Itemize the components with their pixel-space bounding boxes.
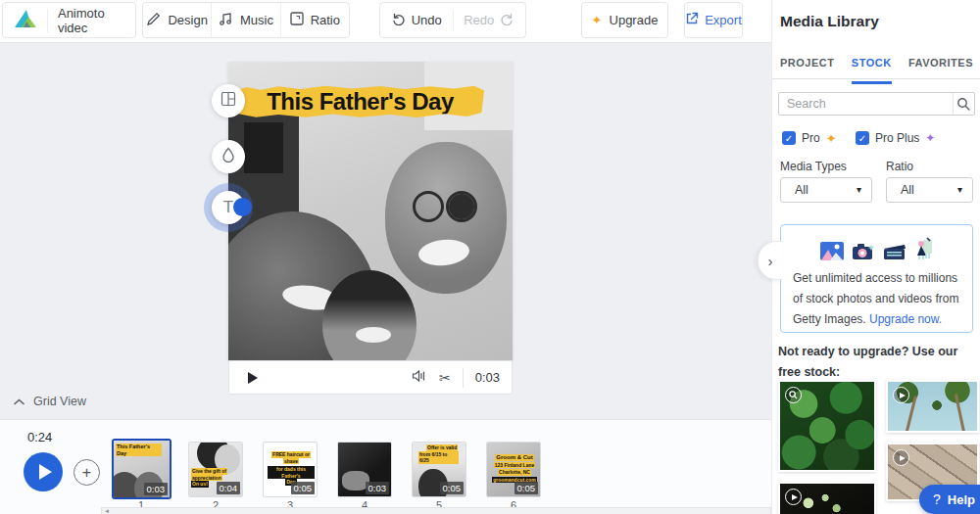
media-types-select[interactable]: All ▾	[780, 177, 872, 203]
project-title-button[interactable]: Animoto videc	[2, 2, 136, 38]
upsell-text: Get unlimited access to millions of stoc…	[793, 268, 961, 330]
clip-duration: 0:05	[440, 482, 465, 494]
stock-item-palm-video[interactable]	[886, 380, 979, 433]
layout-button[interactable]	[212, 84, 245, 117]
media-types-label: Media Types	[780, 160, 847, 173]
stock-item-plant-video[interactable]	[778, 482, 876, 514]
top-toolbar: Animoto videc Design Music Ratio	[0, 0, 771, 43]
media-library-panel: Media Library PROJECT STOCK FAVORITES ✓ …	[771, 0, 980, 514]
tab-project[interactable]: PROJECT	[780, 57, 834, 84]
color-style-button[interactable]	[212, 140, 245, 173]
search-box	[778, 92, 975, 116]
pro-plus-sparkle-icon: ✦	[925, 132, 935, 144]
timeline-clip-6[interactable]: Groom & Cut 123 Finland Lane Charlotte, …	[486, 442, 541, 497]
divider	[47, 9, 48, 32]
clip-duration: 0:04	[217, 482, 241, 494]
project-title: Animoto videc	[58, 6, 135, 35]
media-types-value: All	[781, 183, 808, 197]
clip-duration: 0:05	[514, 482, 539, 494]
help-label: Help	[948, 492, 975, 507]
clip-duration: 0:05	[291, 482, 316, 494]
undo-label: Undo	[412, 13, 442, 27]
pro-checkbox[interactable]: ✓	[782, 131, 796, 145]
photo-background-shape	[244, 122, 283, 173]
clip-time: 0:03	[475, 370, 500, 385]
plus-icon: +	[82, 465, 91, 481]
timeline-clip-2[interactable]: Give the gift of appreciation On us! 0:0…	[188, 442, 243, 497]
caret-down-icon: ▾	[957, 185, 972, 195]
pro-label: Pro	[802, 131, 820, 145]
ratio-value: All	[887, 183, 914, 197]
tab-favorites[interactable]: FAVORITES	[908, 57, 973, 84]
pro-plus-checkbox[interactable]: ✓	[856, 131, 869, 145]
film-clip-icon	[883, 244, 906, 264]
divider	[463, 368, 464, 388]
design-label: Design	[168, 13, 207, 27]
play-video-icon	[785, 489, 802, 505]
scroll-left-icon[interactable]: ◄	[104, 508, 110, 514]
redo-button[interactable]: Redo	[454, 3, 526, 37]
pro-plus-filter[interactable]: ✓ Pro Plus ✦	[856, 131, 935, 145]
upgrade-now-link[interactable]: Upgrade now.	[869, 312, 942, 326]
palm-trunk	[955, 394, 965, 433]
volume-icon[interactable]	[412, 369, 427, 387]
ratio-frame-icon	[290, 12, 304, 28]
music-note-icon	[219, 12, 233, 29]
help-button[interactable]: ? Help	[919, 485, 980, 514]
ratio-select[interactable]: All ▾	[886, 177, 973, 203]
timeline-clip-3[interactable]: FREE haircut or shave for dads this Fath…	[263, 442, 318, 497]
ratio-button[interactable]: Ratio	[280, 3, 349, 37]
photo-glasses	[413, 191, 444, 222]
export-icon	[685, 12, 699, 28]
play-video-icon	[893, 387, 909, 403]
pro-filter[interactable]: ✓ Pro ✦	[782, 131, 837, 145]
collapse-panel-handle[interactable]: ›	[758, 241, 782, 280]
tab-stock[interactable]: STOCK	[852, 57, 892, 84]
music-label: Music	[240, 13, 273, 27]
onboarding-dot[interactable]	[233, 198, 252, 216]
ratio-label: Ratio	[311, 13, 340, 27]
clip-text: Offer is valid from 6/15 to 6/25	[418, 444, 459, 464]
preview-play-button[interactable]	[24, 452, 63, 491]
trim-scissors-icon[interactable]: ✂	[439, 371, 451, 385]
undo-button[interactable]: Undo	[380, 3, 453, 37]
grid-view-toggle[interactable]: Grid View	[14, 395, 86, 408]
app-window: Animoto videc Design Music Ratio	[0, 0, 980, 514]
title-text-overlay[interactable]: This Father's Day	[236, 85, 484, 118]
timeline-clip-1[interactable]: This Father's Day 0:03	[112, 439, 172, 499]
illustration-person-icon	[914, 237, 934, 264]
undo-icon	[391, 12, 406, 28]
timeline-clip-4[interactable]: 0:03	[337, 442, 392, 497]
timeline-clip-5[interactable]: Offer is valid from 6/15 to 6/25 0:05	[412, 442, 466, 497]
export-label: Export	[705, 13, 742, 27]
stock-media-icons	[781, 237, 972, 264]
music-button[interactable]: Music	[211, 3, 279, 37]
free-stock-heading: Not ready to upgrade? Use our free stock…	[778, 342, 964, 383]
history-group: Undo Redo	[379, 2, 526, 38]
play-video-icon	[893, 449, 909, 466]
layout-grid-icon	[220, 91, 236, 111]
play-icon[interactable]	[248, 372, 258, 384]
timeline-scrollbar[interactable]: ◄	[101, 507, 771, 514]
video-preview[interactable]: This Father's Day	[228, 62, 513, 360]
clip-duration: 0:03	[366, 482, 390, 494]
media-library-tabs: PROJECT STOCK FAVORITES	[780, 57, 973, 84]
photo-smile	[356, 327, 391, 343]
add-clip-button[interactable]: +	[74, 459, 100, 486]
pro-sparkle-icon: ✦	[826, 132, 837, 145]
export-button[interactable]: Export	[684, 2, 743, 38]
chevron-up-icon	[14, 395, 24, 408]
zoom-photo-icon	[785, 387, 802, 403]
clip-text: This Father's Day	[116, 444, 163, 456]
droplet-icon	[221, 147, 235, 166]
search-icon[interactable]	[954, 97, 974, 111]
stock-item-basil-photo[interactable]	[778, 380, 876, 472]
grid-view-label: Grid View	[33, 395, 86, 408]
design-button[interactable]: Design	[143, 3, 211, 37]
upgrade-button[interactable]: ✦ Upgrade	[581, 2, 668, 38]
search-input[interactable]	[779, 97, 953, 111]
clip-duration: 0:03	[144, 483, 169, 495]
question-icon: ?	[933, 492, 941, 506]
timeline-panel: 0:24 + This Father's Day 0:03 1 Give the…	[0, 419, 771, 514]
play-icon	[39, 464, 52, 480]
